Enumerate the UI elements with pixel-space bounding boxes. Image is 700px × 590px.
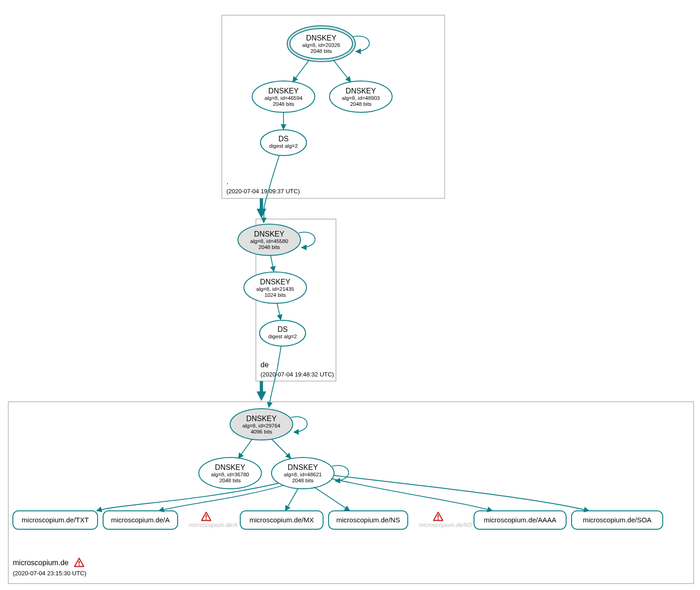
node-domain-ksk: DNSKEY alg=8, id=29764 4096 bits (230, 409, 293, 440)
svg-text:alg=8, id=45580: alg=8, id=45580 (250, 238, 289, 244)
rr-a-warn: microscopium.de/A (189, 512, 237, 528)
svg-text:DNSKEY: DNSKEY (246, 415, 277, 422)
svg-text:DNSKEY: DNSKEY (254, 230, 284, 238)
svg-text:2048 bits: 2048 bits (350, 101, 372, 107)
svg-text:DNSKEY: DNSKEY (288, 463, 318, 471)
warning-icon (434, 512, 443, 521)
node-de-ksk: DNSKEY alg=8, id=45580 2048 bits (238, 224, 301, 255)
svg-text:DNSKEY: DNSKEY (306, 34, 336, 42)
warning-icon (202, 512, 211, 521)
rr-ns: microscopium.de/NS (329, 511, 408, 529)
svg-text:microscopium.de/A: microscopium.de/A (189, 522, 237, 528)
svg-text:2048 bits: 2048 bits (292, 478, 314, 483)
svg-text:alg=8, id=29764: alg=8, id=29764 (243, 423, 281, 428)
svg-text:4096 bits: 4096 bits (251, 429, 272, 434)
node-domain-zsk1: DNSKEY alg=8, id=36780 2048 bits (199, 457, 261, 489)
svg-text:alg=8, id=48903: alg=8, id=48903 (342, 95, 380, 101)
node-de-zsk: DNSKEY alg=8, id=21435 1024 bits (244, 272, 307, 303)
rr-a: microscopium.de/A (103, 511, 178, 529)
rr-mx: microscopium.de/MX (240, 511, 323, 529)
zone-root: . (2020-07-04 19:09:37 UTC) DNSKEY alg=8… (222, 15, 445, 198)
zone-domain-ts: (2020-07-04 23:15:30 UTC) (13, 570, 87, 577)
svg-text:DNSKEY: DNSKEY (215, 463, 245, 471)
svg-text:2048 bits: 2048 bits (311, 48, 332, 54)
svg-text:1024 bits: 1024 bits (265, 292, 286, 298)
svg-text:DS: DS (278, 135, 289, 143)
svg-rect-31 (8, 402, 694, 584)
svg-text:alg=8, id=20326: alg=8, id=20326 (302, 42, 341, 48)
svg-text:alg=8, id=36780: alg=8, id=36780 (211, 472, 249, 477)
svg-text:microscopium.de/NS: microscopium.de/NS (419, 522, 472, 528)
node-de-ds: DS digest alg=2 (260, 320, 306, 346)
zone-de: de (2020-07-04 19:48:32 UTC) DNSKEY alg=… (238, 219, 336, 381)
rr-soa: microscopium.de/SOA (572, 511, 663, 529)
zone-root-name: . (226, 178, 228, 185)
svg-text:alg=8, id=21435: alg=8, id=21435 (256, 286, 295, 292)
svg-text:DNSKEY: DNSKEY (346, 87, 376, 95)
svg-text:DS: DS (278, 325, 288, 333)
node-root-ksk: DNSKEY alg=8, id=20326 2048 bits (287, 26, 355, 62)
svg-text:microscopium.de/A: microscopium.de/A (111, 516, 170, 524)
node-root-ds: DS digest alg=2 (260, 130, 307, 156)
rr-txt: microscopium.de/TXT (13, 511, 98, 529)
svg-text:alg=8, id=48621: alg=8, id=48621 (284, 472, 322, 477)
svg-text:microscopium.de/NS: microscopium.de/NS (336, 516, 400, 524)
node-domain-zsk2: DNSKEY alg=8, id=48621 2048 bits (272, 457, 334, 489)
dnssec-diagram: . (2020-07-04 19:09:37 UTC) DNSKEY alg=8… (0, 0, 700, 590)
rr-ns-warn: microscopium.de/NS (419, 512, 472, 528)
node-root-zsk1: DNSKEY alg=8, id=46594 2048 bits (252, 81, 315, 112)
zone-de-ts: (2020-07-04 19:48:32 UTC) (260, 371, 334, 378)
svg-text:DNSKEY: DNSKEY (260, 278, 290, 286)
zone-root-ts: (2020-07-04 19:09:37 UTC) (226, 188, 300, 195)
zone-domain-name: microscopium.de (13, 559, 69, 567)
svg-text:microscopium.de/MX: microscopium.de/MX (249, 516, 314, 524)
zone-domain: microscopium.de (2020-07-04 23:15:30 UTC… (8, 402, 694, 584)
warning-icon (75, 558, 84, 567)
svg-text:digest alg=2: digest alg=2 (268, 334, 297, 339)
svg-text:microscopium.de/SOA: microscopium.de/SOA (583, 516, 651, 524)
svg-text:DNSKEY: DNSKEY (268, 87, 299, 95)
rr-aaaa: microscopium.de/AAAA (474, 511, 566, 529)
svg-text:2048 bits: 2048 bits (259, 244, 280, 250)
node-root-zsk2: DNSKEY alg=8, id=48903 2048 bits (330, 81, 392, 112)
svg-text:2048 bits: 2048 bits (273, 101, 295, 107)
svg-text:microscopium.de/AAAA: microscopium.de/AAAA (484, 516, 556, 524)
svg-point-28 (260, 320, 306, 346)
svg-text:microscopium.de/TXT: microscopium.de/TXT (22, 516, 89, 524)
zone-de-name: de (260, 361, 269, 369)
svg-text:2048 bits: 2048 bits (220, 478, 241, 483)
svg-text:alg=8, id=46594: alg=8, id=46594 (265, 95, 303, 101)
svg-text:digest alg=2: digest alg=2 (269, 143, 298, 149)
svg-point-16 (260, 130, 307, 156)
